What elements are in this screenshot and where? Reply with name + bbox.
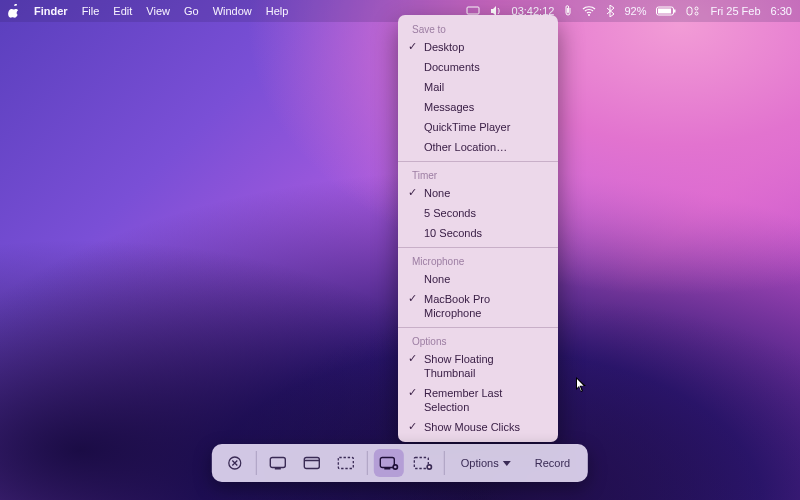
battery-percent[interactable]: 92% bbox=[624, 5, 646, 17]
menubar-clock-b[interactable]: 6:30 bbox=[771, 5, 792, 17]
close-toolbar-button[interactable] bbox=[220, 449, 250, 477]
screenshot-toolbar: Options Record bbox=[212, 444, 588, 482]
menu-item[interactable]: None bbox=[398, 183, 558, 203]
menu-view[interactable]: View bbox=[146, 5, 170, 17]
menu-item[interactable]: Other Location… bbox=[398, 137, 558, 157]
menu-section-header: Microphone bbox=[398, 252, 558, 269]
svg-rect-0 bbox=[467, 7, 479, 14]
record-selection-button[interactable] bbox=[408, 449, 438, 477]
capture-selection-button[interactable] bbox=[331, 449, 361, 477]
svg-rect-4 bbox=[674, 10, 676, 13]
menu-help[interactable]: Help bbox=[266, 5, 289, 17]
svg-rect-11 bbox=[275, 468, 281, 470]
menu-item[interactable]: MacBook Pro Microphone bbox=[398, 289, 558, 323]
menu-item[interactable]: None bbox=[398, 269, 558, 289]
svg-point-21 bbox=[428, 466, 431, 469]
apple-menu-icon[interactable] bbox=[8, 4, 20, 18]
separator bbox=[444, 451, 445, 475]
menubar-date[interactable]: Fri 25 Feb bbox=[710, 5, 760, 17]
svg-rect-14 bbox=[338, 458, 353, 469]
menu-go[interactable]: Go bbox=[184, 5, 199, 17]
svg-point-2 bbox=[588, 14, 590, 16]
menu-item[interactable]: QuickTime Player bbox=[398, 117, 558, 137]
capture-entire-screen-button[interactable] bbox=[263, 449, 293, 477]
menu-item[interactable]: Documents bbox=[398, 57, 558, 77]
menu-item[interactable]: Desktop bbox=[398, 37, 558, 57]
menu-item[interactable]: 5 Seconds bbox=[398, 203, 558, 223]
menu-item[interactable]: Remember Last Selection bbox=[398, 383, 558, 417]
menu-divider bbox=[398, 161, 558, 162]
chevron-down-icon bbox=[503, 461, 511, 466]
menu-section-header: Save to bbox=[398, 20, 558, 37]
record-button-label: Record bbox=[535, 457, 570, 469]
screenshot-options-menu: Save toDesktopDocumentsMailMessagesQuick… bbox=[398, 15, 558, 442]
separator bbox=[256, 451, 257, 475]
menu-divider bbox=[398, 247, 558, 248]
menu-edit[interactable]: Edit bbox=[113, 5, 132, 17]
record-entire-screen-button[interactable] bbox=[374, 449, 404, 477]
record-button[interactable]: Record bbox=[525, 449, 580, 477]
svg-point-18 bbox=[394, 466, 397, 469]
menu-item[interactable]: Show Floating Thumbnail bbox=[398, 349, 558, 383]
menu-file[interactable]: File bbox=[82, 5, 100, 17]
menu-section-header: Timer bbox=[398, 166, 558, 183]
svg-rect-15 bbox=[380, 458, 394, 468]
battery-icon[interactable] bbox=[656, 6, 676, 16]
svg-rect-12 bbox=[304, 458, 319, 469]
attachment-icon[interactable] bbox=[564, 5, 572, 17]
svg-rect-5 bbox=[658, 9, 671, 14]
menu-item[interactable]: Show Mouse Clicks bbox=[398, 417, 558, 437]
control-center-icon[interactable] bbox=[686, 6, 700, 16]
menu-item[interactable]: Mail bbox=[398, 77, 558, 97]
menu-divider bbox=[398, 327, 558, 328]
options-button[interactable]: Options bbox=[451, 449, 521, 477]
menu-item[interactable]: Messages bbox=[398, 97, 558, 117]
menu-item[interactable]: 10 Seconds bbox=[398, 223, 558, 243]
bluetooth-icon[interactable] bbox=[606, 5, 614, 17]
svg-point-7 bbox=[695, 7, 698, 10]
app-menu[interactable]: Finder bbox=[34, 5, 68, 17]
options-button-label: Options bbox=[461, 457, 499, 469]
svg-rect-16 bbox=[384, 468, 390, 470]
separator bbox=[367, 451, 368, 475]
svg-point-8 bbox=[695, 12, 698, 15]
capture-window-button[interactable] bbox=[297, 449, 327, 477]
svg-rect-10 bbox=[270, 458, 285, 468]
menu-window[interactable]: Window bbox=[213, 5, 252, 17]
menu-section-header: Options bbox=[398, 332, 558, 349]
svg-rect-6 bbox=[687, 7, 692, 15]
wifi-icon[interactable] bbox=[582, 6, 596, 16]
svg-rect-19 bbox=[414, 458, 428, 469]
